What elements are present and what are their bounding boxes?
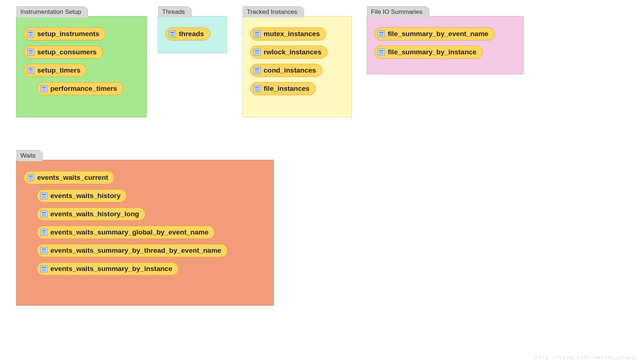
table-label: setup_consumers [37,48,97,56]
svg-rect-9 [28,68,33,70]
svg-rect-13 [42,86,46,88]
svg-rect-61 [42,248,46,250]
svg-rect-67 [42,270,46,271]
panel-body: threads [158,16,227,49]
panel-instrumentation: Instrumentation Setup setup_instruments … [16,16,147,117]
svg-rect-62 [42,251,46,251]
table-item[interactable]: events_waits_history [37,189,127,202]
table-label: events_waits_history [50,192,120,200]
svg-rect-45 [28,175,33,177]
svg-rect-55 [42,216,46,216]
svg-rect-34 [255,89,259,89]
svg-rect-6 [28,52,33,53]
svg-rect-26 [255,52,259,53]
table-icon [253,49,261,56]
svg-rect-7 [28,54,33,54]
panel-threads: Threads threads [158,16,227,53]
svg-rect-30 [255,70,259,71]
table-label: setup_timers [37,66,80,74]
svg-rect-47 [28,179,33,180]
table-icon [378,30,385,38]
svg-rect-51 [42,197,46,198]
table-item[interactable]: threads [165,27,210,40]
svg-rect-11 [28,72,33,73]
svg-rect-2 [28,34,33,35]
svg-rect-66 [42,269,46,270]
svg-rect-27 [255,54,259,54]
svg-rect-3 [28,35,33,36]
svg-rect-38 [379,34,383,35]
table-label: performance_timers [50,85,117,93]
svg-rect-31 [255,72,259,73]
table-item[interactable]: events_waits_summary_global_by_event_nam… [37,226,215,239]
table-label: file_summary_by_instance [388,48,477,56]
svg-rect-39 [379,35,383,36]
svg-rect-37 [379,32,383,33]
table-item[interactable]: setup_timers [24,64,87,77]
table-icon [27,49,34,56]
table-icon [27,30,34,38]
svg-rect-46 [28,178,33,178]
svg-rect-17 [170,32,175,33]
table-label: rwlock_instances [264,48,321,56]
svg-rect-14 [42,89,46,89]
table-label: threads [179,30,204,38]
table-item[interactable]: events_waits_summary_by_thread_by_event_… [37,244,227,257]
svg-rect-22 [255,34,259,35]
table-item[interactable]: events_waits_history_long [37,208,145,221]
table-item[interactable]: cond_instances [250,64,322,77]
table-item[interactable]: events_waits_summary_by_instance [37,262,179,275]
svg-rect-54 [42,214,46,215]
svg-rect-10 [28,70,33,71]
table-icon [253,30,261,38]
table-item[interactable]: performance_timers [37,82,123,95]
table-label: events_waits_summary_by_thread_by_event_… [50,247,221,255]
svg-rect-50 [42,196,46,197]
table-label: events_waits_current [37,174,108,182]
svg-rect-42 [379,52,383,53]
svg-rect-15 [42,90,46,91]
panel-tab: Threads [158,6,192,18]
panel-body: setup_instruments setup_consumers setup_… [16,16,146,104]
table-icon [27,174,34,181]
table-item[interactable]: setup_instruments [24,27,106,40]
table-item[interactable]: file_instances [250,82,316,95]
panel-body: mutex_instances rwlock_instances cond_in… [243,16,352,104]
panel-body: events_waits_current events_waits_histor… [16,160,273,284]
svg-rect-21 [255,32,259,33]
table-item[interactable]: file_summary_by_event_name [374,27,495,40]
table-icon [40,229,47,236]
table-icon [169,30,176,38]
svg-rect-41 [379,50,383,51]
table-label: setup_instruments [37,30,99,38]
table-label: file_summary_by_event_name [388,30,489,38]
svg-rect-43 [379,54,383,54]
panel-tab: Waits [16,150,43,161]
table-item[interactable]: rwlock_instances [250,46,328,59]
table-label: events_waits_history_long [50,210,139,218]
table-item[interactable]: mutex_instances [250,27,326,40]
svg-rect-18 [170,34,175,35]
table-label: events_waits_summary_by_instance [50,265,172,273]
table-icon [40,265,47,272]
table-item[interactable]: setup_consumers [24,46,103,59]
table-label: file_instances [264,85,310,93]
table-label: cond_instances [264,66,316,74]
table-icon [40,247,47,254]
svg-rect-23 [255,35,259,36]
watermark-text: http://blog.csdn.net/miyatang [535,355,635,361]
svg-rect-53 [42,212,46,213]
panel-tab: Instrumentation Setup [16,6,88,18]
table-item[interactable]: file_summary_by_instance [374,46,483,59]
table-item[interactable]: events_waits_current [24,171,114,184]
table-icon [40,85,47,92]
svg-rect-63 [42,252,46,253]
svg-rect-33 [255,86,259,88]
svg-rect-59 [42,234,46,235]
panel-file-io-summaries: File IO Summaries file_summary_by_event_… [367,16,524,74]
svg-rect-57 [42,230,46,232]
panel-tab: File IO Summaries [367,6,429,18]
table-icon [378,49,385,56]
svg-rect-49 [42,194,46,195]
svg-rect-19 [170,35,175,36]
